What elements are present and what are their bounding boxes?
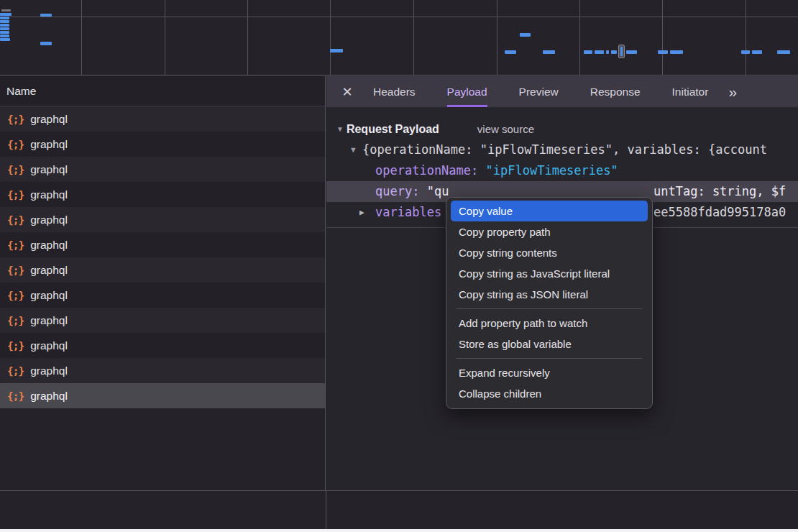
context-menu-item[interactable]: Copy property path: [451, 221, 648, 242]
request-row[interactable]: {;} graphql: [0, 106, 325, 132]
json-fetch-icon: {;}: [7, 164, 24, 175]
expand-triangle-icon[interactable]: ▶: [359, 202, 364, 223]
tab-initiator[interactable]: Initiator: [672, 76, 709, 107]
tab-payload[interactable]: Payload: [447, 76, 487, 107]
json-fetch-icon: {;}: [7, 315, 24, 326]
request-row[interactable]: {;} graphql: [0, 283, 325, 308]
context-menu-item[interactable]: Add property path to watch: [451, 313, 648, 334]
context-menu-item[interactable]: Copy string as JSON literal: [451, 284, 648, 305]
request-name: graphql: [30, 264, 68, 277]
json-fetch-icon: {;}: [7, 265, 24, 276]
json-fetch-icon: {;}: [7, 139, 24, 150]
request-row[interactable]: {;} graphql: [0, 132, 325, 157]
column-header-label: Name: [6, 85, 36, 98]
overview-gridline: [81, 0, 82, 75]
tree-row-root[interactable]: ▼ {operationName: "ipFlowTimeseries", va…: [326, 139, 798, 160]
request-row[interactable]: {;} graphql: [0, 232, 325, 257]
json-fetch-icon: {;}: [7, 114, 24, 125]
details-tabs: HeadersPayloadPreviewResponseInitiator: [373, 76, 708, 107]
overview-request-bar: [505, 50, 516, 54]
overview-gridline: [662, 0, 663, 75]
overview-selected-marker: [618, 45, 625, 58]
tab-preview[interactable]: Preview: [519, 76, 559, 107]
property-value: "ipFlowTimeseries": [486, 163, 618, 178]
overview-request-bar: [741, 50, 750, 54]
overview-request-bar: [584, 50, 592, 54]
json-fetch-icon: {;}: [7, 239, 24, 251]
overview-gridline: [165, 0, 165, 75]
request-row[interactable]: {;} graphql: [0, 308, 325, 333]
overview-request-bar: [670, 50, 683, 54]
section-title: Request Payload: [347, 123, 439, 136]
tab-response[interactable]: Response: [590, 76, 641, 107]
more-tabs-icon[interactable]: »: [728, 84, 737, 99]
context-menu-item[interactable]: Collapse children: [451, 383, 648, 404]
overview-request-bar: [0, 13, 12, 16]
overview-request-bar: [0, 38, 10, 41]
json-fetch-icon: {;}: [7, 189, 24, 201]
context-menu-item[interactable]: Copy string contents: [451, 242, 648, 263]
overview-gridline: [247, 0, 248, 75]
root-object-preview: {operationName: "ipFlowTimeseries", vari…: [362, 139, 767, 160]
request-name: graphql: [30, 390, 68, 403]
overview-request-bar: [777, 50, 790, 54]
pane-divider[interactable]: [326, 491, 326, 529]
request-rows: {;} graphql {;} graphql {;} graphql {;} …: [0, 106, 325, 408]
request-row[interactable]: {;} graphql: [0, 383, 325, 408]
request-row[interactable]: {;} graphql: [0, 333, 325, 358]
request-row[interactable]: {;} graphql: [0, 157, 325, 182]
requests-pane: Name {;} graphql {;} graphql {;} graphql…: [0, 76, 326, 490]
request-name: graphql: [30, 289, 68, 302]
overview-request-bar: [0, 20, 9, 23]
json-fetch-icon: {;}: [7, 365, 24, 377]
context-menu-item[interactable]: Copy string as JavaScript literal: [451, 263, 648, 284]
request-name: graphql: [30, 339, 68, 352]
context-menu-item[interactable]: Expand recursively: [451, 362, 648, 383]
view-source-link[interactable]: view source: [477, 123, 534, 135]
property-preview-end: ee5588fdad995178a0: [653, 202, 786, 223]
devtools-network-panel: Name {;} graphql {;} graphql {;} graphql…: [0, 0, 798, 529]
overview-request-bar: [626, 50, 637, 54]
overview-gridline: [413, 0, 414, 75]
overview-gridline: [746, 0, 746, 75]
request-row[interactable]: {;} graphql: [0, 207, 325, 232]
tree-row-operation-name[interactable]: operationName: "ipFlowTimeseries": [326, 160, 798, 181]
expand-triangle-icon[interactable]: ▼: [351, 139, 356, 160]
request-row[interactable]: {;} graphql: [0, 257, 325, 283]
overview-request-bar: [0, 27, 9, 30]
property-key: operationName:: [375, 163, 486, 178]
request-row[interactable]: {;} graphql: [0, 358, 325, 383]
request-name: graphql: [30, 239, 68, 252]
devtools-window: Name {;} graphql {;} graphql {;} graphql…: [0, 0, 798, 532]
context-menu: Copy valueCopy property pathCopy string …: [446, 197, 653, 409]
network-overview-timeline[interactable]: [0, 0, 798, 75]
property-key: query:: [375, 184, 427, 198]
overview-request-bar: [40, 14, 52, 17]
overview-request-bar: [543, 50, 555, 54]
column-header-name[interactable]: Name: [0, 76, 325, 106]
overview-request-bar: [40, 42, 52, 45]
json-fetch-icon: {;}: [7, 340, 24, 352]
tab-headers[interactable]: Headers: [373, 76, 416, 107]
overview-request-bar: [611, 50, 617, 54]
status-bar: [0, 490, 798, 529]
request-name: graphql: [30, 214, 68, 226]
overview-request-bar: [520, 33, 531, 37]
close-icon[interactable]: ✕: [339, 84, 356, 100]
request-row[interactable]: {;} graphql: [0, 182, 325, 207]
overview-request-bar: [1, 9, 11, 12]
details-tabbar: ✕ HeadersPayloadPreviewResponseInitiator…: [326, 76, 798, 107]
context-menu-item[interactable]: Store as global variable: [451, 334, 648, 354]
property-value-end: untTag: string, $f: [653, 181, 786, 202]
context-menu-item[interactable]: Copy value: [451, 201, 648, 221]
request-name: graphql: [30, 314, 68, 327]
collapse-triangle-icon[interactable]: ▼: [336, 125, 344, 133]
json-fetch-icon: {;}: [7, 214, 24, 226]
overview-request-bar: [595, 50, 604, 54]
property-key: variables: [375, 205, 441, 219]
overview-gridline: [330, 0, 331, 75]
request-name: graphql: [30, 113, 68, 126]
overview-request-bar: [752, 50, 762, 54]
context-menu-separator: [457, 358, 642, 359]
request-payload-header: ▼ Request Payload view source: [326, 119, 798, 139]
